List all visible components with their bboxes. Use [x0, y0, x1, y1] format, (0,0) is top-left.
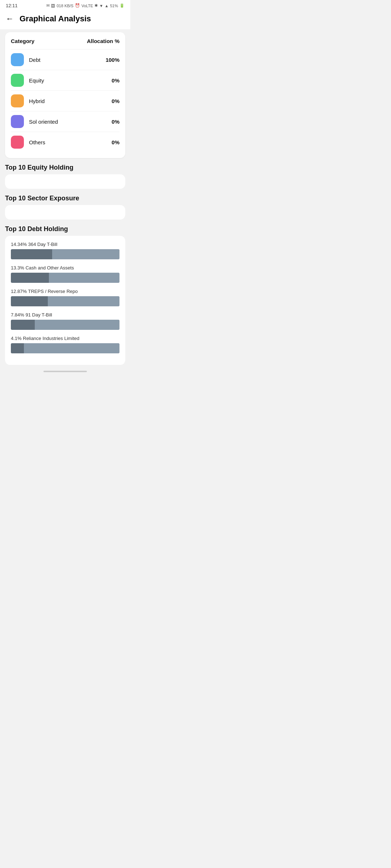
column-allocation: Allocation % [87, 38, 119, 44]
battery-icon: 🔋 [119, 3, 125, 8]
top10debt-section: Top 10 Debt Holding 14.34% 364 Day T-Bil… [5, 225, 125, 365]
bar-item-4: 4.1% Reliance Industries Limited [11, 336, 119, 353]
category-header: Category Allocation % [11, 38, 119, 44]
top10sector-card [5, 205, 125, 220]
top10equity-title: Top 10 Equity Holding [5, 164, 125, 171]
hybrid-alloc: 0% [112, 98, 119, 104]
hybrid-label: Hybrid [29, 98, 45, 104]
status-bar: 12:11 ✉ 🖼 018 KB/S ⏰ VoLTE ✱ ▼ ▲ 51% 🔋 [0, 0, 130, 10]
status-icons: ✉ 🖼 018 KB/S ⏰ VoLTE ✱ ▼ ▲ 51% 🔋 [46, 3, 125, 8]
debt-alloc: 100% [106, 57, 119, 63]
bar-track-1 [11, 273, 119, 283]
signal-icon: ▲ [105, 4, 109, 8]
equity-label: Equity [29, 77, 44, 84]
hybrid-color-box [11, 94, 24, 107]
wifi-icon: ▼ [99, 4, 103, 8]
bar-track-0 [11, 249, 119, 259]
volte-icon: VoLTE [81, 4, 93, 8]
battery-pct: 51% [110, 4, 118, 8]
header: ← Graphical Analysis [0, 10, 130, 29]
status-time: 12:11 [6, 3, 18, 8]
bluetooth-icon: ✱ [94, 3, 98, 8]
category-row-equity: Equity 0% [11, 70, 119, 90]
equity-color-box [11, 74, 24, 87]
debt-label: Debt [29, 57, 41, 63]
main-content: Category Allocation % Debt 100% Equity 0… [0, 29, 130, 379]
bar-track-2 [11, 296, 119, 306]
debt-color-box [11, 53, 24, 66]
data-speed: 018 KB/S [56, 4, 73, 8]
category-row-others: Others 0% [11, 132, 119, 152]
bar-item-1: 13.3% Cash and Other Assets [11, 265, 119, 283]
sol-color-box [11, 115, 24, 128]
category-row-sol-oriented: Sol oriented 0% [11, 111, 119, 132]
mail-icon: ✉ [46, 3, 50, 8]
equity-alloc: 0% [112, 77, 119, 84]
bar-label-2: 12.87% TREPS / Reverse Repo [11, 289, 119, 294]
back-button[interactable]: ← [6, 14, 14, 24]
bar-track-3 [11, 320, 119, 330]
bar-item-3: 7.84% 91 Day T-Bill [11, 312, 119, 330]
image-icon: 🖼 [51, 4, 55, 8]
others-alloc: 0% [112, 139, 119, 145]
alarm-icon: ⏰ [75, 3, 80, 8]
sol-alloc: 0% [112, 119, 119, 125]
bar-track-4 [11, 343, 119, 353]
category-row-hybrid: Hybrid 0% [11, 90, 119, 111]
category-allocation-card: Category Allocation % Debt 100% Equity 0… [5, 32, 125, 158]
top10sector-title: Top 10 Sector Exposure [5, 195, 125, 202]
bar-item-0: 14.34% 364 Day T-Bill [11, 242, 119, 259]
bar-label-0: 14.34% 364 Day T-Bill [11, 242, 119, 247]
category-row-debt: Debt 100% [11, 49, 119, 70]
column-category: Category [11, 38, 34, 44]
page-title: Graphical Analysis [20, 14, 91, 24]
top10equity-section: Top 10 Equity Holding [5, 164, 125, 189]
bar-label-4: 4.1% Reliance Industries Limited [11, 336, 119, 341]
scroll-bar [43, 371, 87, 372]
bar-item-2: 12.87% TREPS / Reverse Repo [11, 289, 119, 306]
bar-label-1: 13.3% Cash and Other Assets [11, 265, 119, 271]
top10debt-title: Top 10 Debt Holding [5, 225, 125, 233]
scroll-indicator [5, 371, 125, 372]
others-label: Others [29, 139, 45, 145]
top10equity-card [5, 174, 125, 189]
top10debt-card: 14.34% 364 Day T-Bill 13.3% Cash and Oth… [5, 236, 125, 365]
top10sector-section: Top 10 Sector Exposure [5, 195, 125, 220]
others-color-box [11, 136, 24, 149]
sol-label: Sol oriented [29, 119, 58, 125]
bar-label-3: 7.84% 91 Day T-Bill [11, 312, 119, 318]
